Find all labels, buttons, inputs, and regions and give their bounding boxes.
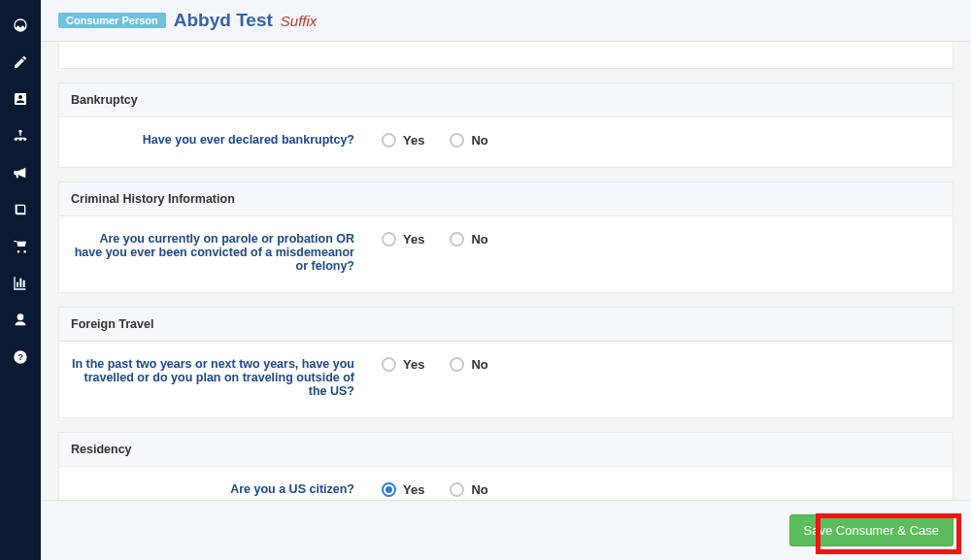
- consumer-badge: Consumer Person: [58, 13, 166, 28]
- partial-section: [58, 42, 954, 69]
- person-name: Abbyd Test: [174, 10, 273, 31]
- contact-icon[interactable]: [13, 91, 28, 107]
- section-title: Criminal History Information: [59, 182, 953, 216]
- radio-no[interactable]: No: [450, 133, 487, 148]
- radio-yes[interactable]: Yes: [382, 232, 424, 247]
- dashboard-icon[interactable]: [13, 17, 28, 33]
- radio-no[interactable]: No: [450, 482, 487, 497]
- help-icon[interactable]: ?: [13, 349, 28, 365]
- section-bankruptcy: Bankruptcy Have you ever declared bankru…: [58, 82, 954, 168]
- footer-bar: Save Consumer & Case: [41, 500, 971, 560]
- section-travel: Foreign Travel In the past two years or …: [58, 307, 954, 418]
- org-icon[interactable]: [13, 128, 28, 144]
- person-suffix: Suffix: [281, 13, 318, 29]
- save-button[interactable]: Save Consumer & Case: [789, 514, 954, 546]
- page-header: Consumer Person Abbyd Test Suffix: [41, 0, 971, 42]
- question-label: Are you currently on parole or probation…: [71, 232, 372, 273]
- radio-no[interactable]: No: [450, 357, 487, 372]
- question-label: Have you ever declared bankruptcy?: [71, 133, 372, 147]
- radio-no[interactable]: No: [450, 232, 487, 247]
- form-content: Bankruptcy Have you ever declared bankru…: [41, 42, 971, 500]
- chart-icon[interactable]: [13, 276, 28, 291]
- radio-yes[interactable]: Yes: [382, 357, 424, 372]
- radio-yes[interactable]: Yes: [382, 133, 424, 148]
- section-title: Bankruptcy: [59, 83, 953, 117]
- book-icon[interactable]: [13, 202, 28, 217]
- svg-point-0: [18, 130, 21, 133]
- cart-icon[interactable]: [13, 239, 28, 254]
- section-title: Residency: [59, 433, 953, 467]
- pencil-icon[interactable]: [13, 54, 28, 70]
- sidebar-nav: ?: [0, 0, 41, 560]
- question-label: Are you a US citizen?: [71, 482, 372, 496]
- section-title: Foreign Travel: [59, 308, 953, 342]
- question-label: In the past two years or next two years,…: [71, 357, 372, 398]
- user-icon[interactable]: [13, 313, 28, 328]
- radio-yes[interactable]: Yes: [382, 482, 424, 497]
- section-residency: Residency Are you a US citizen? Yes No: [58, 432, 954, 500]
- svg-text:?: ?: [17, 352, 23, 362]
- section-criminal: Criminal History Information Are you cur…: [58, 181, 954, 293]
- bullhorn-icon[interactable]: [13, 165, 28, 181]
